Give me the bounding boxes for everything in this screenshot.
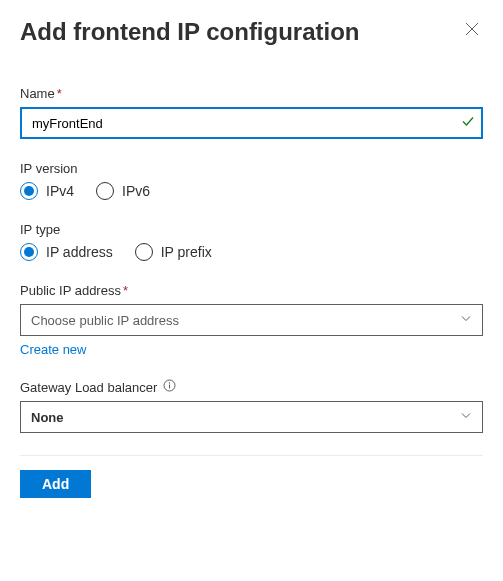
gateway-select[interactable]: None [20, 401, 483, 433]
public-ip-select-value: Choose public IP address [31, 313, 179, 328]
radio-ip-address-label: IP address [46, 244, 113, 260]
gateway-select-value: None [31, 410, 64, 425]
chevron-down-icon [460, 410, 472, 425]
close-icon [465, 22, 479, 36]
gateway-label: Gateway Load balancer [20, 380, 157, 395]
required-mark: * [123, 283, 128, 298]
ip-type-label: IP type [20, 222, 483, 237]
name-label: Name* [20, 86, 483, 101]
radio-ipv6[interactable]: IPv6 [96, 182, 150, 200]
required-mark: * [57, 86, 62, 101]
public-ip-label: Public IP address* [20, 283, 483, 298]
radio-ipv4[interactable]: IPv4 [20, 182, 74, 200]
radio-icon [20, 243, 38, 261]
panel-title: Add frontend IP configuration [20, 18, 360, 46]
radio-ip-prefix-label: IP prefix [161, 244, 212, 260]
create-new-link[interactable]: Create new [20, 342, 86, 357]
add-button[interactable]: Add [20, 470, 91, 498]
public-ip-select[interactable]: Choose public IP address [20, 304, 483, 336]
radio-icon [20, 182, 38, 200]
radio-ip-prefix[interactable]: IP prefix [135, 243, 212, 261]
svg-point-1 [169, 382, 170, 383]
chevron-down-icon [460, 313, 472, 328]
svg-rect-2 [169, 385, 170, 389]
radio-icon [135, 243, 153, 261]
radio-ipv6-label: IPv6 [122, 183, 150, 199]
name-input[interactable] [20, 107, 483, 139]
name-label-text: Name [20, 86, 55, 101]
radio-ipv4-label: IPv4 [46, 183, 74, 199]
close-button[interactable] [461, 18, 483, 43]
ip-version-label: IP version [20, 161, 483, 176]
info-icon[interactable] [163, 379, 176, 395]
radio-ip-address[interactable]: IP address [20, 243, 113, 261]
radio-icon [96, 182, 114, 200]
public-ip-label-text: Public IP address [20, 283, 121, 298]
